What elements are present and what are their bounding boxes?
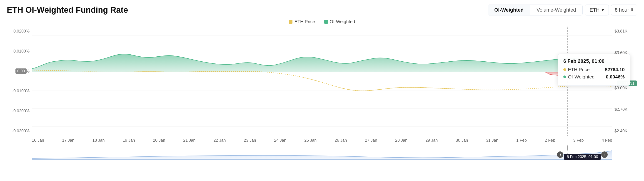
oi-weighted-legend-dot bbox=[324, 20, 328, 24]
pause-button-right[interactable]: ⏸ bbox=[601, 152, 608, 158]
x-label-3: 19 Jan bbox=[123, 138, 135, 143]
mini-chart: 6 Feb 2025, 01:00 ⏸ ⏸ bbox=[32, 144, 612, 160]
zero-label: 0.00 bbox=[16, 69, 26, 74]
x-label-2: 18 Jan bbox=[92, 138, 105, 143]
tab-oi-weighted[interactable]: OI-Weighted bbox=[488, 5, 530, 15]
tooltip-eth-dot bbox=[563, 68, 566, 71]
x-label-7: 23 Jan bbox=[244, 138, 256, 143]
x-label-15: 31 Jan bbox=[486, 138, 498, 143]
tooltip-oi-label: OI-Weighted bbox=[563, 74, 595, 80]
tooltip-eth-row: ETH Price $2784.10 bbox=[563, 67, 625, 72]
y-label-0: 0.0200% bbox=[7, 29, 32, 34]
legend-oi-weighted: OI-Weighted bbox=[324, 19, 355, 24]
x-label-14: 30 Jan bbox=[456, 138, 468, 143]
timeframe-selector[interactable]: 8 hour ⇅ bbox=[611, 4, 637, 16]
pause-button-left[interactable]: ⏸ bbox=[557, 152, 563, 158]
x-label-5: 21 Jan bbox=[183, 138, 196, 143]
controls: OI-Weighted Volume-Weighted ETH ▾ 8 hour… bbox=[488, 4, 637, 16]
x-label-18: 3 Feb bbox=[573, 138, 584, 143]
tooltip-oi-dot bbox=[563, 76, 566, 78]
y-label-3: -0.0100% bbox=[7, 89, 32, 94]
x-label-16: 1 Feb bbox=[516, 138, 527, 143]
y-right-label-2: $3.00K bbox=[612, 86, 637, 90]
asset-selector[interactable]: ETH ▾ bbox=[585, 4, 609, 16]
timeframe-label: 8 hour bbox=[615, 7, 629, 13]
x-label-8: 24 Jan bbox=[274, 138, 286, 143]
mini-chart-wrapper: 6 Feb 2025, 01:00 ⏸ ⏸ bbox=[7, 144, 637, 162]
chart-svg bbox=[32, 26, 612, 136]
chart-tooltip: 6 Feb 2025, 01:00 ETH Price $2784.10 OI-… bbox=[558, 54, 630, 86]
main-chart-wrapper: 0.0200% 0.0100% 0% -0.0100% -0.0200% -0.… bbox=[7, 26, 637, 136]
eth-price-legend-label: ETH Price bbox=[294, 19, 315, 24]
x-label-4: 20 Jan bbox=[153, 138, 165, 143]
x-label-6: 22 Jan bbox=[214, 138, 226, 143]
page-title: ETH OI-Weighted Funding Rate bbox=[7, 5, 128, 15]
header: ETH OI-Weighted Funding Rate OI-Weighted… bbox=[7, 4, 637, 16]
x-label-11: 27 Jan bbox=[365, 138, 377, 143]
page-container: ETH OI-Weighted Funding Rate OI-Weighted… bbox=[0, 0, 644, 181]
x-label-12: 28 Jan bbox=[395, 138, 408, 143]
mini-chart-svg bbox=[32, 144, 612, 160]
x-label-19: 4 Feb bbox=[602, 138, 612, 143]
x-label-0: 16 Jan bbox=[32, 138, 44, 143]
y-right-label-0: $3.81K bbox=[612, 29, 637, 34]
tooltip-oi-value: 0.0046% bbox=[606, 74, 625, 80]
x-label-13: 29 Jan bbox=[426, 138, 438, 143]
y-right-label-3: $2.70K bbox=[612, 107, 637, 112]
asset-label: ETH bbox=[590, 7, 600, 13]
x-label-10: 26 Jan bbox=[335, 138, 347, 143]
y-right-label-4: $2.40K bbox=[612, 129, 637, 134]
y-label-4: -0.0200% bbox=[7, 109, 32, 114]
chart-inner: 0.00 3,337.31 6 Feb 2025, 01:00 ETH Pric… bbox=[32, 26, 612, 136]
up-down-icon: ⇅ bbox=[630, 8, 633, 12]
weighting-tab-group: OI-Weighted Volume-Weighted bbox=[488, 4, 582, 16]
tooltip-date: 6 Feb 2025, 01:00 bbox=[563, 58, 625, 64]
tooltip-eth-value: $2784.10 bbox=[605, 67, 625, 72]
eth-price-legend-dot bbox=[289, 20, 292, 24]
pause-right-icon: ⏸ bbox=[603, 153, 606, 156]
date-tooltip: 6 Feb 2025, 01:00 bbox=[564, 154, 601, 160]
y-axis-left: 0.0200% 0.0100% 0% -0.0100% -0.0200% -0.… bbox=[7, 26, 32, 136]
x-axis: 16 Jan 17 Jan 18 Jan 19 Jan 20 Jan 21 Ja… bbox=[7, 137, 637, 143]
oi-weighted-legend-label: OI-Weighted bbox=[330, 19, 355, 24]
y-label-1: 0.0100% bbox=[7, 49, 32, 54]
y-label-5: -0.0300% bbox=[7, 129, 32, 134]
x-label-17: 2 Feb bbox=[545, 138, 555, 143]
tab-volume-weighted[interactable]: Volume-Weighted bbox=[530, 5, 582, 15]
tooltip-oi-row: OI-Weighted 0.0046% bbox=[563, 74, 625, 80]
x-label-9: 25 Jan bbox=[304, 138, 316, 143]
chart-area: ETH Price OI-Weighted 0.0200% 0.0100% 0%… bbox=[7, 19, 637, 169]
legend-eth-price: ETH Price bbox=[289, 19, 315, 24]
chevron-down-icon: ▾ bbox=[602, 7, 604, 13]
tooltip-eth-label: ETH Price bbox=[563, 67, 590, 72]
pause-left-icon: ⏸ bbox=[559, 153, 562, 156]
legend: ETH Price OI-Weighted bbox=[7, 19, 637, 24]
x-label-1: 17 Jan bbox=[62, 138, 74, 143]
